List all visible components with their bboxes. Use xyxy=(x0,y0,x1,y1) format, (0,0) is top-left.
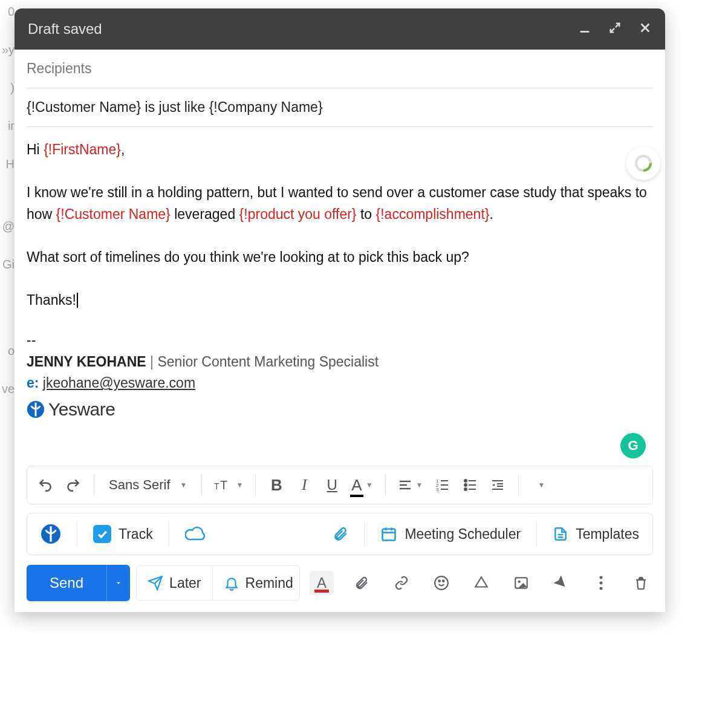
signature-title: Senior Content Marketing Specialist xyxy=(157,354,379,369)
svg-point-38 xyxy=(600,576,603,579)
meeting-scheduler-button[interactable]: Meeting Scheduler xyxy=(375,523,525,545)
minimize-icon[interactable] xyxy=(578,21,591,37)
svg-point-39 xyxy=(600,582,603,585)
italic-button[interactable]: I xyxy=(292,472,316,498)
merge-field-accomplishment: {!accomplishment} xyxy=(376,206,490,222)
body-text: to xyxy=(357,206,376,222)
merge-field-firstname: {!FirstName} xyxy=(44,142,121,157)
body-text: , xyxy=(121,142,125,157)
email-body[interactable]: Hi {!FirstName}, I know we're still in a… xyxy=(27,127,653,466)
body-text: Thanks! xyxy=(27,292,76,308)
underline-button[interactable]: U xyxy=(320,472,344,498)
format-toolbar: Sans Serif ▼ TT ▼ B I U A▼ ▼ 123 ▼ xyxy=(27,466,653,504)
font-family-select[interactable]: Sans Serif ▼ xyxy=(103,472,193,498)
yesware-logo: Yesware xyxy=(27,395,653,424)
recipients-placeholder: Recipients xyxy=(27,60,91,76)
recipients-field[interactable]: Recipients xyxy=(27,50,653,88)
signature-divider: -- xyxy=(27,330,653,351)
remind-label: Remind xyxy=(245,575,293,591)
outdent-button[interactable] xyxy=(486,472,510,498)
numbered-list-button[interactable]: 123 xyxy=(430,472,454,498)
yesware-menu-button[interactable] xyxy=(36,521,66,547)
discard-draft-icon[interactable] xyxy=(629,571,653,595)
text-cursor xyxy=(77,293,78,308)
attach-file-icon[interactable] xyxy=(349,571,374,595)
bullet-list-button[interactable] xyxy=(458,472,482,498)
more-options-icon[interactable] xyxy=(589,571,613,595)
body-text: What sort of timelines do you think we'r… xyxy=(27,247,653,268)
templates-label: Templates xyxy=(576,526,639,542)
svg-point-35 xyxy=(443,580,444,582)
redo-button[interactable] xyxy=(61,472,85,498)
yesware-addon-bar: Track Meeting Scheduler Templates xyxy=(27,513,653,555)
cloud-button[interactable] xyxy=(180,524,210,544)
remind-button[interactable]: Remind xyxy=(212,566,300,600)
fullscreen-icon[interactable] xyxy=(608,21,622,37)
insert-emoji-icon[interactable] xyxy=(429,571,453,595)
meeting-scheduler-label: Meeting Scheduler xyxy=(405,526,521,542)
body-text: . xyxy=(489,206,493,222)
svg-point-40 xyxy=(600,587,603,590)
send-button[interactable]: Send xyxy=(27,565,106,601)
sync-status-icon[interactable] xyxy=(626,146,660,180)
body-text: Hi xyxy=(27,142,44,157)
window-title: Draft saved xyxy=(28,21,578,37)
more-formatting-button[interactable]: ▼ xyxy=(527,472,551,498)
send-dropdown[interactable] xyxy=(106,565,130,601)
signature-email[interactable]: jkeohane@yesware.com xyxy=(43,375,195,391)
text-color-button[interactable]: A▼ xyxy=(348,472,376,498)
font-family-label: Sans Serif xyxy=(109,477,171,493)
font-size-button[interactable]: TT ▼ xyxy=(210,472,247,498)
bold-button[interactable]: B xyxy=(264,472,288,498)
track-label: Track xyxy=(119,526,153,542)
background-app-sliver: 0»y)irH@Giove xyxy=(0,0,15,716)
svg-point-34 xyxy=(438,580,440,582)
signature-email-label: e: xyxy=(27,375,43,391)
svg-text:T: T xyxy=(220,478,227,492)
later-label: Later xyxy=(169,575,201,591)
insert-link-icon[interactable] xyxy=(389,571,414,595)
merge-field-product: {!product you offer} xyxy=(239,206,357,222)
subject-field[interactable]: {!Customer Name} is just like {!Company … xyxy=(27,88,653,127)
close-icon[interactable] xyxy=(639,21,652,37)
svg-rect-27 xyxy=(383,529,395,541)
svg-point-17 xyxy=(464,484,467,486)
signature-name: JENNY KEOHANE xyxy=(27,354,146,369)
svg-point-18 xyxy=(464,488,467,490)
confidential-mode-icon[interactable] xyxy=(549,571,573,595)
attachment-button[interactable] xyxy=(328,522,353,545)
svg-text:T: T xyxy=(214,481,219,491)
subject-text: {!Customer Name} is just like {!Company … xyxy=(27,99,323,115)
svg-point-16 xyxy=(464,480,467,482)
track-toggle[interactable]: Track xyxy=(88,522,158,545)
grammarly-icon[interactable]: G xyxy=(620,433,646,458)
compose-window: Draft saved Recipients {!Customer Name} … xyxy=(15,8,665,612)
send-row: Send Later Remind A xyxy=(27,565,653,601)
align-button[interactable]: ▼ xyxy=(394,472,427,498)
undo-button[interactable] xyxy=(33,472,57,498)
body-text: leveraged xyxy=(171,206,239,222)
text-color-icon[interactable]: A xyxy=(310,571,334,595)
merge-field-customer-name: {!Customer Name} xyxy=(56,206,171,222)
templates-button[interactable]: Templates xyxy=(548,522,644,545)
checkbox-on-icon xyxy=(93,525,111,543)
signature-separator: | xyxy=(146,354,158,369)
title-bar: Draft saved xyxy=(15,8,665,50)
svg-point-33 xyxy=(435,576,448,590)
insert-drive-icon[interactable] xyxy=(469,571,493,595)
insert-photo-icon[interactable] xyxy=(509,571,533,595)
yesware-brand-text: Yesware xyxy=(48,395,115,424)
svg-text:3: 3 xyxy=(436,487,439,492)
svg-point-37 xyxy=(518,581,521,583)
send-later-button[interactable]: Later xyxy=(137,566,212,600)
